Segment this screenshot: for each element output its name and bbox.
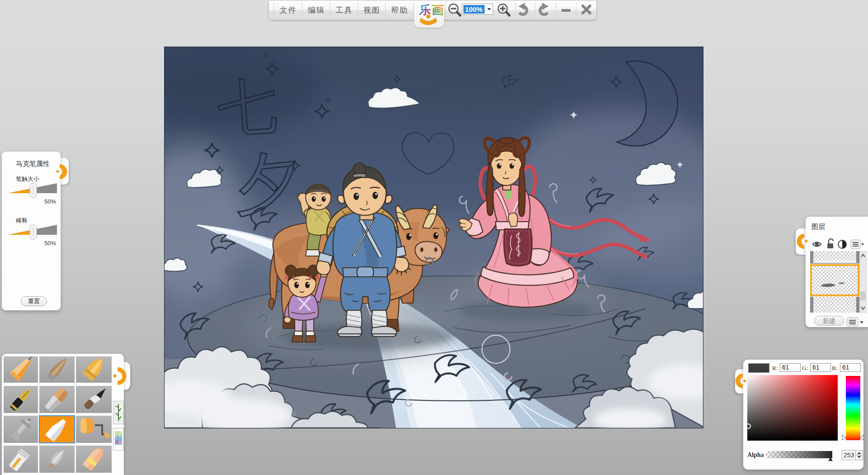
svg-text:画: 画	[432, 3, 443, 17]
svg-text:100%: 100%	[465, 5, 482, 13]
svg-text:夕: 夕	[230, 143, 304, 224]
svg-text:七: 七	[215, 72, 279, 143]
